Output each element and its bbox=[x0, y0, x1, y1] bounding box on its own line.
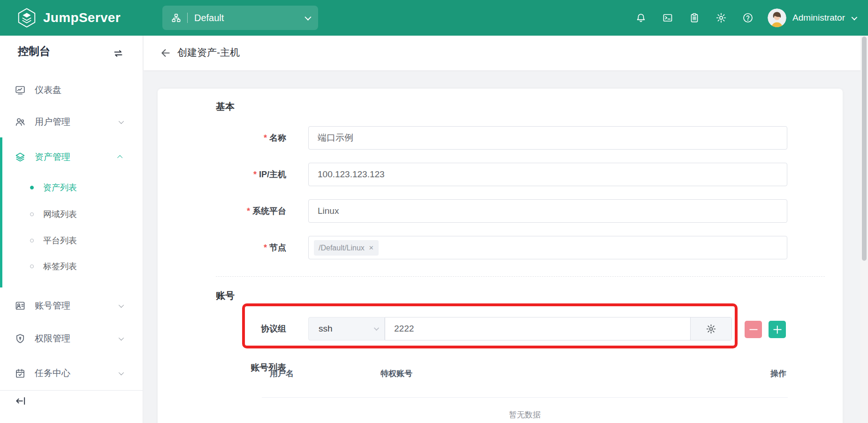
field-label-platform: 系统平台 bbox=[158, 199, 286, 223]
create-asset-form-card: 基本 名称 IP/主机 系统平台 节点 /Default/Linux 账号 协议… bbox=[158, 89, 843, 423]
app-logo: JumpServer bbox=[16, 0, 121, 36]
page-title: 创建资产-主机 bbox=[177, 46, 240, 59]
back-button[interactable] bbox=[160, 47, 172, 59]
sidebar-item-asset-management[interactable]: 资产管理 bbox=[0, 147, 143, 167]
shield-icon bbox=[15, 333, 26, 344]
ip-host-input[interactable] bbox=[308, 163, 787, 186]
column-header-username: 用户名 bbox=[270, 368, 294, 379]
add-protocol-button[interactable] bbox=[769, 321, 786, 338]
chevron-down-icon bbox=[119, 119, 124, 124]
organization-icon bbox=[171, 13, 182, 23]
chevron-down-icon bbox=[852, 14, 858, 20]
gear-icon bbox=[716, 12, 727, 23]
jumpserver-app: JumpServer Default bbox=[0, 0, 868, 423]
sidebar-subitem-platform-list[interactable]: 平台列表 bbox=[0, 231, 143, 250]
topbar-actions: Administrator bbox=[620, 0, 856, 36]
chevron-down-icon bbox=[119, 335, 124, 340]
sidebar-collapse-button[interactable] bbox=[15, 395, 27, 407]
jumpserver-logo-icon bbox=[16, 7, 38, 29]
question-circle-icon bbox=[742, 12, 754, 23]
account-list-label: 账号列表 bbox=[158, 356, 286, 379]
field-label-name: 名称 bbox=[158, 126, 286, 150]
bell-icon bbox=[635, 12, 647, 23]
field-label-protocol-group: 协议组 bbox=[158, 317, 286, 340]
help-button[interactable] bbox=[742, 12, 754, 23]
calendar-check-icon bbox=[15, 368, 26, 379]
gear-icon bbox=[706, 324, 716, 334]
scrollbar-track bbox=[860, 36, 868, 423]
minus-icon bbox=[749, 329, 757, 330]
node-tag: /Default/Linux bbox=[314, 240, 379, 256]
dashboard-icon bbox=[15, 84, 26, 96]
sidebar-item-user-management[interactable]: 用户管理 bbox=[0, 112, 143, 132]
required-marker bbox=[264, 133, 269, 143]
user-menu[interactable]: Administrator bbox=[768, 8, 856, 27]
chevron-down-icon bbox=[119, 370, 124, 375]
layers-icon bbox=[15, 151, 26, 163]
chevron-down-icon bbox=[374, 325, 379, 331]
avatar bbox=[768, 8, 786, 27]
remove-protocol-button[interactable] bbox=[745, 321, 762, 338]
bullet-circle-icon bbox=[30, 239, 34, 242]
documentation-button[interactable] bbox=[689, 12, 700, 23]
notification-bell-button[interactable] bbox=[635, 12, 647, 23]
table-header-divider bbox=[262, 397, 788, 398]
protocol-select[interactable]: ssh bbox=[308, 317, 385, 340]
sidebar-item-task-center[interactable]: 任务中心 bbox=[0, 363, 143, 384]
sidebar-item-dashboard[interactable]: 仪表盘 bbox=[0, 80, 143, 100]
sidebar-item-permission-management[interactable]: 权限管理 bbox=[0, 328, 143, 349]
section-heading-account: 账号 bbox=[216, 289, 235, 302]
field-label-ip-host: IP/主机 bbox=[158, 163, 286, 186]
divider bbox=[216, 276, 825, 277]
sidebar-subitem-label-list[interactable]: 标签列表 bbox=[0, 257, 143, 276]
node-select[interactable]: /Default/Linux bbox=[308, 236, 787, 259]
sidebar-subitem-asset-list[interactable]: 资产列表 bbox=[0, 178, 143, 197]
section-heading-basic: 基本 bbox=[216, 100, 235, 113]
bullet-circle-icon bbox=[30, 264, 34, 268]
user-name: Administrator bbox=[792, 13, 845, 23]
org-selector-value: Default bbox=[194, 13, 305, 23]
web-terminal-button[interactable] bbox=[662, 12, 673, 23]
field-label-node: 节点 bbox=[158, 236, 286, 259]
sidebar-title: 控制台 bbox=[18, 44, 50, 59]
bullet-dot-icon bbox=[30, 186, 34, 189]
users-icon bbox=[15, 116, 26, 128]
topbar: JumpServer Default bbox=[0, 0, 868, 36]
clipboard-icon bbox=[689, 12, 700, 23]
page-header: 创建资产-主机 bbox=[144, 36, 868, 70]
required-marker bbox=[264, 243, 269, 252]
empty-data-text: 暂无数据 bbox=[262, 409, 788, 420]
chevron-down-icon bbox=[119, 302, 124, 308]
column-header-privileged: 特权账号 bbox=[381, 368, 412, 379]
chevron-down-icon bbox=[305, 14, 311, 21]
sidebar-subitem-domain-list[interactable]: 网域列表 bbox=[0, 205, 143, 224]
divider bbox=[187, 13, 188, 23]
id-badge-icon bbox=[15, 300, 26, 311]
required-marker bbox=[247, 206, 252, 216]
required-marker bbox=[253, 170, 259, 179]
protocol-port-group bbox=[385, 317, 732, 340]
terminal-icon bbox=[662, 12, 673, 23]
platform-input[interactable] bbox=[308, 199, 787, 223]
protocol-settings-button[interactable] bbox=[690, 317, 731, 340]
bullet-circle-icon bbox=[30, 212, 34, 216]
scrollbar-thumb[interactable] bbox=[862, 37, 867, 261]
sidebar-item-account-management[interactable]: 账号管理 bbox=[0, 295, 143, 316]
column-header-actions: 操作 bbox=[770, 368, 786, 379]
settings-button[interactable] bbox=[716, 12, 727, 23]
divider bbox=[0, 390, 143, 391]
sidebar: 控制台 仪表盘 bbox=[0, 36, 143, 423]
name-input[interactable] bbox=[308, 126, 787, 150]
brand-name: JumpServer bbox=[43, 10, 121, 25]
view-switch-icon[interactable] bbox=[113, 48, 124, 59]
tag-remove-icon[interactable] bbox=[369, 244, 374, 251]
org-selector[interactable]: Default bbox=[162, 6, 318, 30]
protocol-select-value: ssh bbox=[319, 324, 333, 334]
port-input[interactable] bbox=[385, 317, 690, 340]
